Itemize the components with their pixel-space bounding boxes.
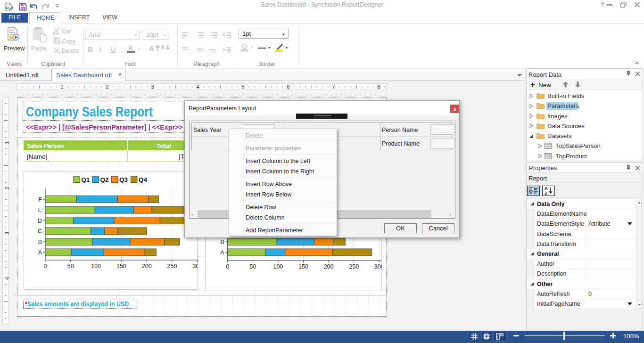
svg-text:D: D [38, 218, 42, 224]
svg-text:100: 100 [273, 263, 283, 270]
svg-text:Q1: Q1 [81, 176, 90, 183]
svg-text:8: 8 [377, 84, 380, 90]
svg-text:F: F [38, 196, 42, 203]
svg-text:50: 50 [67, 263, 74, 270]
svg-text:0: 0 [44, 263, 47, 270]
svg-text:50: 50 [249, 263, 256, 270]
svg-text:Q3: Q3 [119, 176, 128, 183]
svg-text:3: 3 [4, 232, 9, 235]
svg-text:250: 250 [349, 263, 359, 270]
svg-text:200: 200 [142, 263, 152, 270]
svg-text:C: C [38, 228, 42, 235]
svg-text:1: 1 [60, 84, 63, 90]
svg-text:A: A [38, 249, 42, 256]
svg-text:150: 150 [298, 263, 308, 270]
svg-text:2: 2 [106, 84, 108, 90]
svg-text:6: 6 [287, 84, 289, 90]
svg-text:B: B [38, 239, 42, 245]
svg-text:1: 1 [4, 141, 9, 144]
svg-text:300: 300 [192, 263, 198, 270]
svg-text:4: 4 [4, 277, 9, 280]
svg-text:5: 5 [241, 84, 244, 90]
svg-text:100: 100 [91, 263, 101, 270]
svg-text:200: 200 [324, 263, 334, 270]
svg-text:Q2: Q2 [100, 176, 108, 183]
svg-text:150: 150 [116, 263, 126, 270]
svg-text:3: 3 [151, 84, 154, 90]
svg-text:E: E [38, 207, 42, 213]
svg-text:2: 2 [4, 187, 9, 189]
svg-text:300: 300 [374, 263, 382, 270]
svg-text:B: B [220, 239, 224, 245]
svg-text:A: A [220, 249, 224, 256]
svg-text:0: 0 [226, 263, 229, 270]
svg-text:7: 7 [332, 84, 335, 90]
svg-text:Q4: Q4 [139, 176, 148, 183]
svg-text:4: 4 [196, 84, 199, 90]
svg-text:250: 250 [167, 263, 177, 270]
